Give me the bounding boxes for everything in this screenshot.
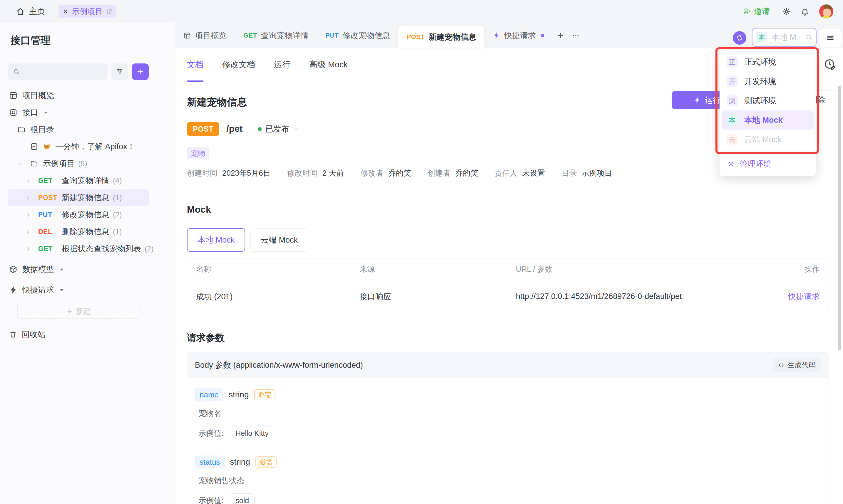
tree-item-endpoint[interactable]: PUT修改宠物信息(2): [8, 206, 149, 223]
home-label: 主页: [29, 6, 45, 17]
chevron-down-icon[interactable]: [17, 161, 25, 166]
doc-tab-高级 Mock[interactable]: 高级 Mock: [309, 48, 348, 82]
tree-item-endpoint[interactable]: DEL删除宠物信息(1): [8, 223, 149, 240]
tree-item[interactable]: 数据模型: [8, 261, 149, 278]
filter-button[interactable]: [111, 64, 128, 80]
menu-button[interactable]: [819, 29, 842, 47]
tab-label: 快捷请求: [504, 30, 536, 41]
param-name-chip: name: [195, 388, 223, 401]
project-tab-label: 示例项目: [72, 6, 103, 17]
tab-新建宠物信息[interactable]: POST新建宠物信息: [398, 26, 485, 48]
tree-item[interactable]: 示例项目(5): [8, 155, 149, 172]
generate-code-button[interactable]: 生成代码: [773, 358, 821, 373]
meta-item: 创建者乔的笑: [427, 168, 478, 178]
meta-item: 创建时间2023年5月6日: [187, 168, 271, 178]
env-option-测试环境[interactable]: 测测试环境: [722, 91, 813, 110]
caret-right-icon: [59, 267, 64, 272]
home-icon: [16, 7, 25, 16]
meta-item: 目录示例项目: [561, 168, 612, 178]
meta-value: 2 天前: [322, 168, 344, 177]
tree-item[interactable]: 项目概览: [8, 87, 149, 104]
env-option-badge: 测: [726, 95, 738, 106]
chevron-right-icon[interactable]: [25, 195, 34, 200]
home-button[interactable]: 主页: [16, 6, 45, 17]
quick-request-link[interactable]: 快捷请求: [770, 291, 820, 302]
method-label: PUT: [326, 32, 339, 39]
settings-gear-icon[interactable]: [782, 7, 791, 16]
tab-修改宠物信息[interactable]: PUT修改宠物信息: [317, 23, 399, 48]
status-dropdown[interactable]: 已发布: [258, 124, 299, 134]
project-tab[interactable]: 示例项目: [58, 5, 117, 18]
env-selector-text: 本地 M: [772, 32, 801, 42]
column-header: 操作: [770, 264, 820, 274]
example-value: sold: [230, 493, 254, 504]
user-avatar[interactable]: [819, 4, 833, 18]
invite-button[interactable]: 邀请: [743, 6, 770, 17]
tree-item-label: 快捷请求: [22, 285, 54, 295]
tab-查询宠物详情[interactable]: GET查询宠物详情: [235, 23, 317, 48]
environment-selector[interactable]: 本 本地 M: [752, 28, 816, 47]
notifications-bell-icon[interactable]: [801, 7, 809, 16]
param-example-row: 示例值:Hello Kitty: [198, 426, 829, 440]
tree-item-label: 根据状态查找宠物列表: [62, 244, 141, 254]
mock-tab-云端 Mock[interactable]: 云端 Mock: [250, 228, 308, 252]
env-option-开发环境[interactable]: 开开发环境: [722, 72, 813, 91]
meta-value: 乔的笑: [455, 168, 478, 177]
doc-tab-运行[interactable]: 运行: [274, 48, 291, 82]
tree-item[interactable]: 一分钟，了解 Apifox！: [8, 138, 149, 155]
item-count: (1): [113, 194, 122, 202]
tab-快捷请求[interactable]: 快捷请求: [485, 23, 552, 48]
sidebar-item-trash[interactable]: 回收站: [8, 326, 149, 343]
chevron-right-icon[interactable]: [25, 229, 34, 234]
gear-icon: [727, 160, 735, 168]
chevron-right-icon[interactable]: [25, 246, 34, 251]
tree-item[interactable]: 接口: [8, 104, 149, 121]
env-option-云端 Mock[interactable]: 云云端 Mock: [722, 130, 813, 149]
search-icon: [805, 34, 812, 41]
item-count: (1): [113, 228, 122, 236]
request-params-heading: 请求参数: [187, 331, 829, 344]
invite-label: 邀请: [754, 6, 770, 17]
search-icon: [13, 68, 20, 75]
mock-tabs: 本地 Mock云端 Mock: [187, 228, 829, 252]
tree-item-endpoint[interactable]: POST新建宠物信息(1): [8, 189, 149, 206]
history-icon[interactable]: [823, 58, 837, 71]
new-quick-request-button[interactable]: 新建: [17, 304, 141, 319]
table-header: 名称来源URL / 参数操作: [187, 258, 829, 280]
method-label: PUT: [38, 211, 57, 219]
env-option-badge: 正: [726, 56, 738, 68]
tree-item[interactable]: 根目录: [8, 121, 149, 138]
scrollbar-thumb[interactable]: [838, 86, 841, 350]
tab-label: 修改宠物信息: [343, 30, 390, 41]
mock-tab-本地 Mock[interactable]: 本地 Mock: [187, 228, 245, 252]
endpoint-path: /pet: [226, 124, 243, 134]
tree-item[interactable]: 快捷请求: [8, 281, 149, 299]
search-input[interactable]: [23, 67, 103, 76]
bolt-icon: [9, 286, 18, 294]
doc-tab-文档[interactable]: 文档: [187, 48, 204, 82]
manage-environments-button[interactable]: 管理环境: [720, 154, 816, 174]
close-icon[interactable]: [63, 8, 69, 14]
env-option-正式环境[interactable]: 正正式环境: [722, 52, 813, 72]
search-box[interactable]: [8, 64, 108, 80]
more-tabs-button[interactable]: [568, 23, 583, 48]
method-label: GET: [38, 245, 57, 253]
add-button[interactable]: [132, 64, 149, 80]
doc-tab-修改文档[interactable]: 修改文档: [222, 48, 255, 82]
sidebar-title: 接口管理: [11, 34, 149, 47]
meta-label: 创建者: [427, 168, 450, 177]
chevron-right-icon[interactable]: [25, 178, 34, 183]
env-options: 正正式环境开开发环境测测试环境本本地 Mock云云端 Mock: [720, 52, 816, 149]
tree-item-endpoint[interactable]: GET根据状态查找宠物列表(2): [8, 240, 149, 257]
status-dot: [258, 127, 262, 131]
tab-项目概览[interactable]: 项目概览: [175, 23, 235, 48]
tag-chip[interactable]: 宠物: [187, 147, 209, 159]
param-header: namestring必需: [195, 388, 829, 401]
tree-item-endpoint[interactable]: GET查询宠物详情(4): [8, 172, 149, 189]
chevron-right-icon[interactable]: [25, 212, 34, 217]
env-option-本地 Mock[interactable]: 本本地 Mock: [722, 110, 813, 130]
example-value: Hello Kitty: [230, 426, 274, 440]
new-tab-button[interactable]: [553, 23, 568, 48]
sync-button[interactable]: [733, 31, 746, 44]
cell-url: http://127.0.0.1:4523/m1/2689726-0-defau…: [516, 292, 770, 301]
